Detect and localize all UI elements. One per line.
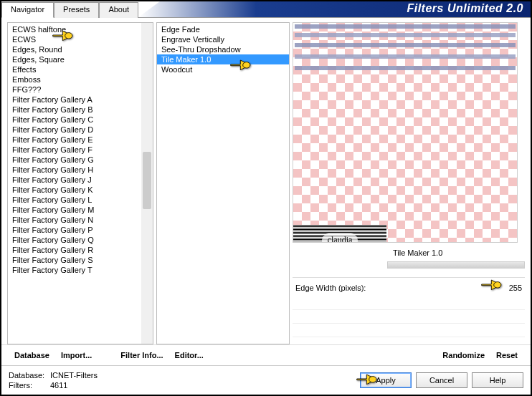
filter-title-row: Tile Maker 1.0 [293, 246, 525, 260]
tab-about[interactable]: About [99, 2, 138, 18]
divider [293, 277, 525, 278]
category-item[interactable]: Filter Factory Gallery E [8, 135, 141, 145]
apply-button[interactable]: Apply [360, 372, 412, 388]
category-item[interactable]: Edges, Round [8, 44, 141, 54]
category-item[interactable]: Filter Factory Gallery H [8, 165, 141, 175]
header: Navigator Presets About Filters Unlimite… [1, 1, 531, 17]
filter-item[interactable]: Edge Fade [157, 24, 289, 34]
category-item[interactable]: Effects [8, 64, 141, 74]
status-filters-label: Filters: [9, 380, 50, 390]
category-item[interactable]: Filter Factory Gallery P [8, 225, 141, 235]
category-item[interactable]: Filter Factory Gallery G [8, 155, 141, 165]
main-area: ECWS halftoneECWSEdges, RoundEdges, Squa… [1, 18, 531, 344]
category-list[interactable]: ECWS halftoneECWSEdges, RoundEdges, Squa… [8, 23, 141, 344]
category-list-pane: ECWS halftoneECWSEdges, RoundEdges, Squa… [7, 22, 153, 344]
category-item[interactable]: Filter Factory Gallery Q [8, 235, 141, 245]
filter-item[interactable]: Tile Maker 1.0 [157, 54, 289, 64]
category-item[interactable]: ECWS [8, 34, 141, 44]
tabs: Navigator Presets About [1, 1, 138, 17]
param-value: 255 [500, 284, 522, 292]
editor-button[interactable]: Editor... [169, 348, 209, 362]
filter-item[interactable]: Engrave Vertically [157, 34, 289, 44]
category-item[interactable]: ECWS halftone [8, 24, 141, 34]
category-item[interactable]: Filter Factory Gallery B [8, 105, 141, 115]
tab-navigator[interactable]: Navigator [1, 2, 54, 18]
randomize-button[interactable]: Randomize [437, 348, 490, 362]
category-item[interactable]: Emboss [8, 74, 141, 84]
bottom-bar: Database:ICNET-Filters Filters:4611 Appl… [1, 366, 531, 396]
category-item[interactable]: Filter Factory Gallery J [8, 175, 141, 185]
category-item[interactable]: Edges, Square [8, 54, 141, 64]
filter-list[interactable]: Edge FadeEngrave VerticallySee-Thru Drop… [156, 22, 290, 344]
status-db-value: ICNET-Filters [50, 371, 98, 380]
preview-image: claudia [293, 22, 518, 243]
tab-presets[interactable]: Presets [54, 2, 99, 18]
status-text: Database:ICNET-Filters Filters:4611 [9, 370, 98, 390]
filter-info-button[interactable]: Filter Info... [115, 348, 168, 362]
app-title: Filters Unlimited 2.0 [138, 1, 531, 17]
param-label: Edge Width (pixels): [295, 284, 500, 292]
category-item[interactable]: Filter Factory Gallery K [8, 185, 141, 195]
category-item[interactable]: Filter Factory Gallery L [8, 195, 141, 205]
category-item[interactable]: Filter Factory Gallery F [8, 145, 141, 155]
import-button[interactable]: Import... [55, 348, 98, 362]
preview-area: claudia Tile Maker 1.0 Edge Width (pixel… [293, 22, 525, 344]
category-item[interactable]: Filter Factory Gallery R [8, 245, 141, 255]
param-edge-width[interactable]: Edge Width (pixels): 255 [293, 282, 525, 294]
watermark-text: claudia [322, 233, 358, 243]
category-item[interactable]: Filter Factory Gallery M [8, 205, 141, 215]
scrollbar[interactable] [141, 23, 153, 344]
watermark-badge: claudia [293, 225, 386, 243]
database-button[interactable]: Database [9, 348, 55, 362]
help-button[interactable]: Help [472, 372, 523, 388]
category-item[interactable]: Filter Factory Gallery A [8, 95, 141, 105]
category-item[interactable]: FFG??? [8, 84, 141, 95]
progress-bar [387, 261, 525, 269]
reset-button[interactable]: Reset [490, 348, 523, 362]
scrollbar-thumb[interactable] [143, 152, 151, 209]
category-item[interactable]: Filter Factory Gallery N [8, 215, 141, 225]
spacer [209, 348, 437, 362]
category-item[interactable]: Filter Factory Gallery D [8, 125, 141, 135]
cancel-button[interactable]: Cancel [416, 372, 467, 388]
status-db-label: Database: [9, 370, 50, 380]
category-item[interactable]: Filter Factory Gallery T [8, 265, 141, 275]
wave-overlay [295, 24, 516, 82]
category-item[interactable]: Filter Factory Gallery C [8, 115, 141, 125]
param-empty-area [293, 296, 525, 344]
filter-title: Tile Maker 1.0 [393, 248, 442, 257]
status-filters-value: 4611 [50, 381, 67, 390]
filter-item[interactable]: See-Thru Dropshadow [157, 44, 289, 54]
toolbar-row: Database Import... Filter Info... Editor… [1, 344, 531, 365]
filter-item[interactable]: Woodcut [157, 64, 289, 74]
category-item[interactable]: Filter Factory Gallery S [8, 255, 141, 265]
